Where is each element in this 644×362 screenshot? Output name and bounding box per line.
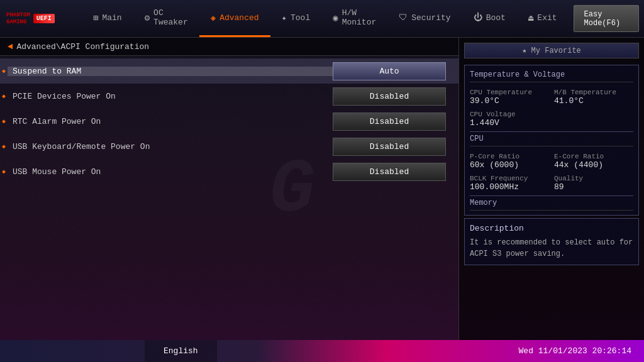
pcie-label: PCIE Devices Power On	[8, 92, 333, 101]
tab-main[interactable]: ⊞ Main	[82, 0, 133, 37]
breadcrumb: ◄ Advanced\ACPI Configuration	[0, 38, 458, 56]
logo-subtext: GAMING	[6, 19, 30, 26]
cpu-temp-value: 39.0°C	[470, 96, 549, 106]
breadcrumb-arrow: ◄	[8, 41, 13, 52]
menu-row-pcie[interactable]: ◆ PCIE Devices Power On Disabled	[0, 84, 458, 109]
usb-keyboard-value[interactable]: Disabled	[333, 138, 446, 156]
main-icon: ⊞	[93, 13, 98, 23]
memory-title: Memory	[470, 199, 633, 211]
mb-temp-value: 41.0°C	[554, 96, 633, 106]
left-panel: ◄ Advanced\ACPI Configuration ◆ Suspend …	[0, 38, 458, 340]
tool-icon: ✦	[282, 13, 287, 23]
exit-icon: ⏏	[528, 13, 533, 23]
tab-exit-label: Exit	[537, 13, 557, 23]
tab-oc-label: OC Tweaker	[153, 8, 188, 27]
suspend-to-ram-btn[interactable]: Auto	[333, 62, 446, 80]
memory-grid: Frequency 7600 MHz Capacity 16 GB	[470, 214, 633, 216]
right-panel: ★ My Favorite Temperature & Voltage CPU …	[458, 38, 644, 340]
language-selector[interactable]: English	[145, 340, 217, 362]
tab-exit[interactable]: ⏏ Exit	[517, 0, 569, 37]
tab-advanced-label: Advanced	[219, 13, 258, 23]
easy-mode-button[interactable]: Easy Mode(F6)	[574, 5, 639, 32]
menu-list: ◆ Suspend to RAM Auto ◆ PCIE Devices Pow…	[0, 56, 458, 340]
usb-mouse-btn[interactable]: Disabled	[333, 163, 446, 181]
logo-area: PHANTOM GAMING UEFI	[0, 0, 82, 37]
description-title: Description	[470, 224, 633, 233]
tab-boot[interactable]: ⏻ Boot	[462, 0, 517, 37]
main-content: ◄ Advanced\ACPI Configuration ◆ Suspend …	[0, 38, 644, 340]
logo-text: PHANTOM	[6, 12, 30, 19]
advanced-icon: ◈	[211, 13, 216, 23]
menu-row-usb-keyboard[interactable]: ◆ USB Keyboard/Remote Power On Disabled	[0, 134, 458, 159]
cpu-voltage-value: 1.440V	[470, 118, 633, 128]
usb-keyboard-btn[interactable]: Disabled	[333, 138, 446, 156]
row-indicator-usb-kb: ◆	[0, 143, 8, 150]
my-favorite-bar[interactable]: ★ My Favorite	[464, 43, 639, 58]
security-icon: 🛡	[399, 13, 408, 23]
rtc-btn[interactable]: Disabled	[333, 112, 446, 131]
tab-advanced[interactable]: ◈ Advanced	[199, 0, 270, 37]
quality-label: Quality	[554, 175, 633, 182]
hw-icon: ◉	[333, 13, 338, 23]
tab-hw-monitor[interactable]: ◉ H/W Monitor	[321, 0, 387, 37]
tab-security[interactable]: 🛡 Security	[387, 0, 462, 37]
pcore-value: 60x (6000)	[470, 160, 549, 170]
cpu-temp-label: CPU Temperature	[470, 89, 549, 96]
pcie-btn[interactable]: Disabled	[333, 87, 446, 106]
bclk-value: 100.000MHz	[470, 182, 549, 192]
breadcrumb-text: Advanced\ACPI Configuration	[16, 42, 149, 52]
usb-mouse-label: USB Mouse Power On	[8, 167, 333, 177]
tab-main-label: Main	[102, 13, 121, 23]
temp-voltage-grid: CPU Temperature 39.0°C M/B Temperature 4…	[470, 86, 633, 128]
row-indicator-rtc: ◆	[0, 118, 8, 125]
boot-icon: ⏻	[474, 13, 482, 23]
tab-security-label: Security	[411, 13, 450, 23]
rtc-value[interactable]: Disabled	[333, 112, 446, 131]
cpu-grid: P-Core Ratio 60x (6000) E-Core Ratio 44x…	[470, 150, 633, 192]
menu-row-rtc[interactable]: ◆ RTC Alarm Power On Disabled	[0, 109, 458, 134]
tab-tool[interactable]: ✦ Tool	[270, 0, 322, 37]
nav-tabs: ⊞ Main ⚙ OC Tweaker ◈ Advanced ✦ Tool ◉ …	[82, 0, 569, 37]
cpu-voltage-label: CPU Voltage	[470, 111, 633, 118]
temp-voltage-title: Temperature & Voltage	[470, 70, 633, 82]
usb-mouse-value[interactable]: Disabled	[333, 163, 446, 181]
tab-hw-label: H/W Monitor	[342, 8, 377, 27]
row-indicator: ◆	[0, 67, 8, 75]
description-section: Description It is recommended to select …	[464, 218, 639, 265]
datetime-display: Wed 11/01/2023 20:26:14	[506, 346, 644, 356]
menu-row-suspend-to-ram[interactable]: ◆ Suspend to RAM Auto	[0, 58, 458, 84]
quality-value: 89	[554, 182, 633, 192]
status-bar: English Wed 11/01/2023 20:26:14	[0, 340, 644, 362]
ecore-label: E-Core Ratio	[554, 153, 633, 160]
tab-boot-label: Boot	[486, 13, 506, 23]
oc-icon: ⚙	[145, 13, 150, 23]
mb-temp-label: M/B Temperature	[554, 89, 633, 96]
bclk-label: BCLK Frequency	[470, 175, 549, 182]
ecore-value: 44x (4400)	[554, 160, 633, 170]
tab-oc-tweaker[interactable]: ⚙ OC Tweaker	[133, 0, 199, 37]
tab-tool-label: Tool	[291, 13, 310, 23]
memory-divider	[470, 195, 633, 196]
usb-keyboard-label: USB Keyboard/Remote Power On	[8, 142, 333, 151]
pcore-label: P-Core Ratio	[470, 153, 549, 160]
rtc-label: RTC Alarm Power On	[8, 117, 333, 126]
suspend-to-ram-label: Suspend to RAM	[8, 67, 333, 76]
description-text: It is recommended to select auto for ACP…	[470, 237, 633, 260]
top-navigation-bar: PHANTOM GAMING UEFI ⊞ Main ⚙ OC Tweaker …	[0, 0, 644, 38]
menu-row-usb-mouse[interactable]: ◆ USB Mouse Power On Disabled	[0, 159, 458, 184]
row-indicator-pcie: ◆	[0, 92, 8, 100]
cpu-title: CPU	[470, 134, 633, 146]
pcie-value[interactable]: Disabled	[333, 87, 446, 106]
stats-section: Temperature & Voltage CPU Temperature 39…	[464, 65, 639, 216]
cpu-divider	[470, 131, 633, 132]
suspend-to-ram-value[interactable]: Auto	[333, 62, 446, 80]
uefi-badge: UEFI	[33, 14, 55, 23]
row-indicator-usb-mouse: ◆	[0, 168, 8, 175]
